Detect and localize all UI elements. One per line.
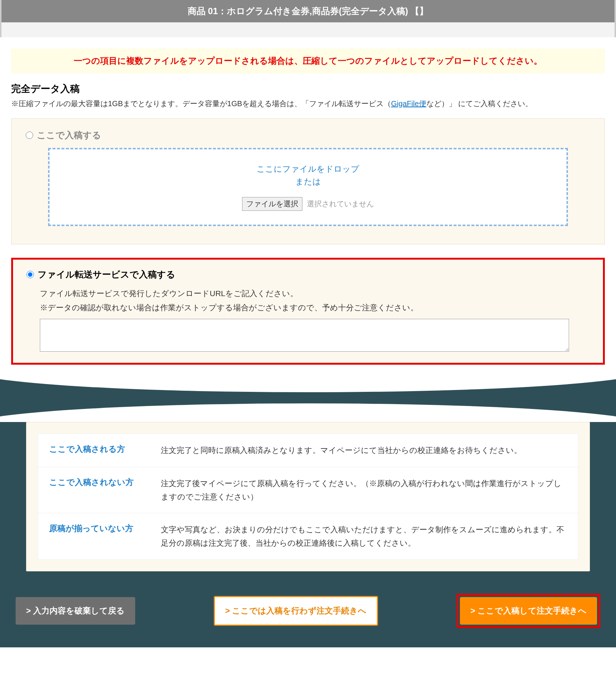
upload-here-panel: ここで入稿する ここにファイルをドロップ または ファイルを選択 選択されていま…	[11, 118, 605, 244]
transfer-service-radio[interactable]	[26, 271, 34, 278]
dropzone-line1: ここにファイルをドロップ	[257, 164, 359, 175]
compress-notice: 一つの項目に複数ファイルをアップロードされる場合は、圧縮して一つのファイルとして…	[11, 48, 605, 73]
info-row: ここで入稿される方 注文完了と同時に原稿入稿済みとなります。マイページにて当社か…	[38, 434, 578, 467]
primary-highlight-frame: > ここで入稿して注文手続きへ	[457, 594, 600, 628]
chevron-right-icon: >	[26, 606, 31, 616]
file-chosen-status: 選択されていません	[307, 199, 374, 209]
upload-here-radio[interactable]	[26, 131, 33, 139]
discard-back-label: 入力内容を破棄して戻る	[33, 605, 125, 616]
upload-proceed-label: ここで入稿して注文手続きへ	[477, 605, 587, 616]
skip-upload-button[interactable]: > ここでは入稿を行わず注文手続きへ	[214, 596, 378, 626]
section-title: 完全データ入稿	[11, 82, 605, 95]
size-note: ※圧縮ファイルの最大容量は1GBまでとなります。データ容量が1GBを超える場合は…	[11, 98, 605, 110]
size-note-pre: ※圧縮ファイルの最大容量は1GBまでとなります。データ容量が1GBを超える場合は…	[11, 99, 391, 108]
upload-proceed-button[interactable]: > ここで入稿して注文手続きへ	[460, 597, 597, 625]
dropzone-line2: または	[295, 176, 321, 187]
info-row-label: 原稿が揃っていない方	[49, 523, 161, 549]
info-row: 原稿が揃っていない方 文字や写真など、お決まりの分だけでもここで入稿いただけます…	[38, 513, 578, 559]
discard-back-button[interactable]: > 入力内容を破棄して戻る	[16, 597, 135, 625]
info-row-label: ここで入稿されない方	[49, 477, 161, 503]
info-row-text: 文字や写真など、お決まりの分だけでもここで入稿いただけますと、データ制作をスムー…	[161, 523, 567, 549]
transfer-desc-1: ファイル転送サービスで発行したダウンロードURLをご記入ください。	[40, 287, 590, 300]
info-panel: ここで入稿される方 注文完了と同時に原稿入稿済みとなります。マイページにて当社か…	[26, 422, 590, 571]
chevron-right-icon: >	[225, 606, 230, 616]
choose-file-button[interactable]: ファイルを選択	[242, 197, 302, 211]
info-row-text: 注文完了と同時に原稿入稿済みとなります。マイページにて当社からの校正連絡をお待ち…	[161, 444, 522, 457]
transfer-service-label: ファイル転送サービスで入稿する	[38, 269, 175, 280]
skip-upload-label: ここでは入稿を行わず注文手続きへ	[232, 605, 366, 616]
transfer-url-textarea[interactable]	[40, 319, 569, 352]
info-row: ここで入稿されない方 注文完了後マイページにて原稿入稿を行ってください。（※原稿…	[38, 467, 578, 513]
section-separator	[0, 374, 616, 422]
chevron-right-icon: >	[470, 606, 475, 616]
info-row-label: ここで入稿される方	[49, 444, 161, 457]
product-header: 商品 01：ホログラム付き金券,商品券(完全データ入稿) 【】	[0, 0, 616, 22]
transfer-desc-2: ※データの確認が取れない場合は作業がストップする場合がございますので、予め十分ご…	[40, 301, 590, 314]
gigafile-link[interactable]: GigaFile便	[391, 99, 426, 108]
subheader-strip	[0, 22, 616, 37]
file-dropzone[interactable]: ここにファイルをドロップ または ファイルを選択 選択されていません	[48, 148, 568, 226]
upload-here-label: ここで入稿する	[37, 129, 101, 141]
info-row-text: 注文完了後マイページにて原稿入稿を行ってください。（※原稿の入稿が行われない間は…	[161, 477, 567, 503]
size-note-post: など）」 にてご入稿ください。	[426, 99, 533, 108]
transfer-service-panel: ファイル転送サービスで入稿する ファイル転送サービスで発行したダウンロードURL…	[11, 258, 605, 365]
